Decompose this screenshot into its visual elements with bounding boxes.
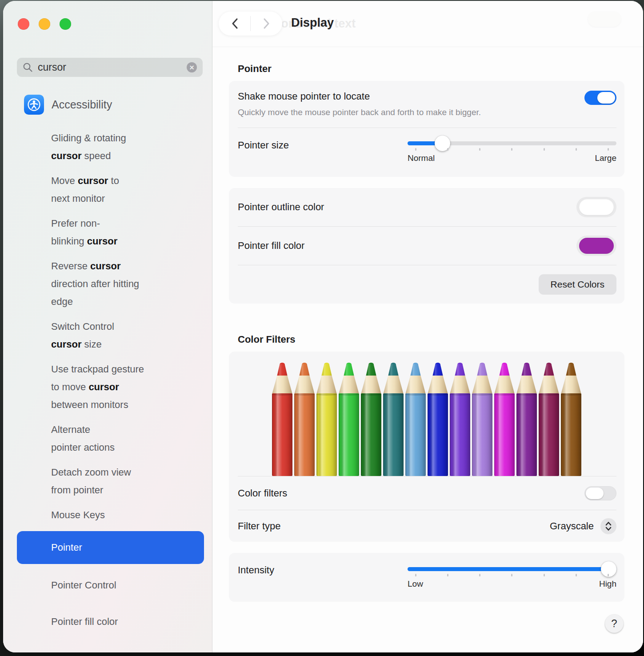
sidebar-item[interactable]: Move cursor to next monitor [17,172,204,208]
slider-tick [544,574,545,576]
sidebar: cursor ✕ Accessibility Gliding & rotatin… [3,1,212,652]
pointer-fill-color-label: Pointer fill color [238,240,576,252]
intensity-card: Intensity Low High [229,553,624,602]
close-button[interactable] [18,18,29,30]
pointer-fill-color-well[interactable] [576,236,616,256]
slider-tick [576,574,577,576]
header: horizontal text Display [212,1,643,47]
pencil [382,360,404,476]
clear-search-icon[interactable]: ✕ [187,62,197,72]
sidebar-item[interactable]: Mouse Keys [17,506,204,524]
pointer-size-label: Pointer size [238,135,408,151]
reset-colors-button[interactable]: Reset Colors [539,274,616,295]
sidebar-list: Gliding & rotating cursor speedMove curs… [17,129,204,652]
slider-tick [608,574,609,576]
pencil [316,360,338,476]
slider-tick [415,574,416,576]
pencil [538,360,560,476]
help-button[interactable]: ? [605,614,624,633]
pencil [338,360,360,476]
accessibility-label: Accessibility [52,98,112,111]
color-filters-card: Color filters Filter type Grayscale [229,352,624,542]
slider-tick [415,148,416,151]
slider-tick [544,148,545,151]
sidebar-item[interactable]: Gliding & rotating cursor speed [17,129,204,165]
color-filters-label: Color filters [238,488,584,499]
sidebar-item[interactable]: Reverse cursor direction after hitting e… [17,257,204,311]
pencil [471,360,493,476]
content: Pointer Shake mouse pointer to locate Qu… [229,63,624,602]
pencil [560,360,582,476]
pointer-outline-color-row: Pointer outline color [229,188,624,226]
sidebar-item[interactable]: Pointer outline color [17,649,204,652]
page-title: Display [291,16,334,30]
pointer-outline-color-well[interactable] [576,197,616,217]
slider-fill [408,141,437,145]
color-pencils-image [229,352,624,476]
filter-type-value: Grayscale [550,520,594,532]
pencil [493,360,516,476]
sidebar-item[interactable]: Alternate pointer actions [17,421,204,456]
pencil [427,360,449,476]
chevron-right-icon [262,17,271,30]
search-icon [23,62,33,72]
slider-tick [511,148,512,151]
slider-ticks [415,148,609,151]
system-settings-window: cursor ✕ Accessibility Gliding & rotatin… [3,1,643,652]
filter-type-row: Filter type Grayscale [229,510,624,542]
chevron-left-icon [230,17,239,30]
slider-fill [408,567,616,571]
pencil [516,360,538,476]
slider-min-label: Low [408,579,423,589]
color-swatch [579,238,614,254]
pencil [271,360,293,476]
pointer-colors-card: Pointer outline color Pointer fill color… [229,188,624,304]
sidebar-item[interactable]: Use trackpad gesture to move cursor betw… [17,360,204,414]
sidebar-item[interactable]: Pointer fill color [17,613,204,631]
intensity-label: Intensity [238,561,408,576]
slider-tick [479,574,480,576]
shake-pointer-row: Shake mouse pointer to locate [229,81,624,105]
pencil [404,360,427,476]
zoom-button[interactable] [60,18,71,30]
shake-pointer-label: Shake mouse pointer to locate [238,91,584,102]
toggle-knob [586,488,604,499]
slider-tick [511,574,512,576]
color-filters-toggle[interactable] [584,486,616,500]
search-input[interactable]: cursor ✕ [17,58,203,77]
slider-tick [479,148,480,151]
sidebar-item[interactable]: Prefer non- blinking cursor [17,215,204,250]
filter-type-stepper[interactable] [600,518,616,534]
slider-tick [576,148,577,151]
shake-pointer-toggle[interactable] [584,91,616,105]
sidebar-item[interactable]: Detach zoom view from pointer [17,464,204,499]
reset-colors-row: Reset Colors [229,265,624,304]
color-swatch [579,199,614,215]
sidebar-item[interactable]: Pointer Control [17,576,204,594]
shake-pointer-description: Quickly move the mouse pointer back and … [229,108,624,117]
forward-button[interactable] [251,12,282,36]
slider-max-label: Large [595,153,616,163]
sidebar-item-selected[interactable]: Pointer [17,531,204,564]
slider-tick [447,148,448,151]
chevron-up-down-icon [604,521,612,532]
intensity-slider[interactable]: Low High [408,561,616,590]
minimize-button[interactable] [39,18,50,30]
sidebar-header-accessibility[interactable]: Accessibility [24,95,112,115]
pencil [360,360,382,476]
sidebar-item[interactable]: Switch Control cursor size [17,318,204,353]
pencil [449,360,471,476]
pointer-size-slider[interactable]: Normal Large [408,135,616,164]
back-button[interactable] [219,12,250,36]
slider-max-label: High [599,579,616,589]
slider-ticks [415,574,609,576]
pointer-card: Shake mouse pointer to locate Quickly mo… [229,81,624,177]
detail-pane: horizontal text Display Pointer Shake mo… [212,1,643,652]
color-filters-row: Color filters [229,476,624,510]
slider-tick [447,574,448,576]
search-value: cursor [38,61,66,73]
transition-ghost-toggle [588,12,621,27]
navigation-buttons [219,12,282,36]
filter-type-label: Filter type [238,520,550,532]
slider-min-label: Normal [408,153,435,163]
